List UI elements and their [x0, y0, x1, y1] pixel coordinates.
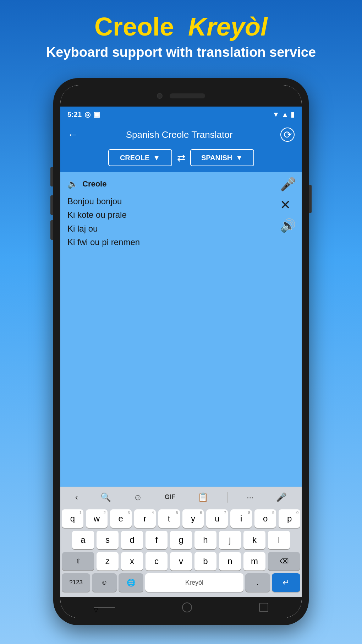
key-a[interactable]: a: [72, 531, 94, 549]
header: Creole Kreyòl Keyboard support with tran…: [0, 0, 362, 68]
delete-key[interactable]: ⌫: [268, 552, 300, 570]
trans-line-2: Ki kote ou prale: [67, 208, 295, 222]
key-p[interactable]: p0: [279, 509, 300, 528]
history-button[interactable]: ⟳: [280, 128, 295, 142]
phone-mockup: 5:21 ◎ ▣ ▼ ▲ ▮ ← Spanish Creole Translat…: [53, 78, 309, 625]
translation-area[interactable]: 🔈 Creole Bonjou bonjou Ki kote ou prale …: [60, 172, 302, 487]
key-w[interactable]: w2: [86, 509, 108, 528]
key-x[interactable]: x: [121, 552, 143, 570]
lang-bar: CREOLE ▼ ⇄ SPANISH ▼: [60, 147, 302, 172]
close-icon[interactable]: ✕: [280, 197, 296, 212]
key-h[interactable]: h: [194, 531, 216, 549]
key-r[interactable]: r4: [134, 509, 156, 528]
key-t[interactable]: t5: [158, 509, 180, 528]
translation-lang-label: Creole: [82, 179, 106, 189]
translation-actions: 🎤 ✕ 🔊: [280, 177, 296, 233]
header-title: Creole Kreyòl: [0, 13, 362, 41]
emoji-key[interactable]: ☺: [92, 573, 117, 592]
keyboard: q1 w2 e3 r4 t5 y6 u7 i8 o9 p0 a s: [60, 507, 302, 597]
key-l[interactable]: l: [268, 531, 290, 549]
phone-top-bar: [60, 85, 302, 107]
keyboard-toolbar: ‹ 🔍 ☺ GIF 📋 ··· 🎤: [60, 487, 302, 507]
key-e[interactable]: e3: [110, 509, 132, 528]
key-s[interactable]: s: [97, 531, 119, 549]
camera: [157, 93, 163, 99]
key-q[interactable]: q1: [62, 509, 83, 528]
sound-icon[interactable]: 🔊: [280, 218, 296, 233]
phone-outer: 5:21 ◎ ▣ ▼ ▲ ▮ ← Spanish Creole Translat…: [53, 78, 309, 625]
kreyol-label: Kreyòl: [188, 12, 268, 41]
key-v[interactable]: v: [170, 552, 192, 570]
space-key[interactable]: Kreyòl: [145, 573, 243, 592]
sound-icon-small[interactable]: 🔈: [67, 179, 78, 189]
signal-icon: ▲: [281, 110, 289, 119]
key-y[interactable]: y6: [182, 509, 204, 528]
keyboard-gif-button[interactable]: GIF: [161, 491, 179, 503]
phone-bottom-bar: ▽: [60, 597, 302, 618]
toolbar-separator: [227, 492, 228, 503]
status-bar: 5:21 ◎ ▣ ▼ ▲ ▮: [60, 107, 302, 122]
mic-icon[interactable]: 🎤: [280, 177, 296, 192]
globe-key[interactable]: 🌐: [119, 573, 143, 592]
num-key[interactable]: ?123: [62, 573, 90, 592]
key-row-2: a s d f g h j k l: [62, 531, 300, 549]
key-d[interactable]: d: [121, 531, 143, 549]
battery-icon: ▮: [291, 110, 295, 119]
key-u[interactable]: u7: [206, 509, 228, 528]
return-key[interactable]: ↵: [272, 573, 300, 592]
target-lang-button[interactable]: SPANISH ▼: [190, 149, 254, 166]
phone-inner: 5:21 ◎ ▣ ▼ ▲ ▮ ← Spanish Creole Translat…: [60, 85, 302, 618]
key-m[interactable]: m: [243, 552, 265, 570]
back-button[interactable]: ←: [67, 129, 78, 141]
nav-back-indicator: ▽: [94, 607, 115, 608]
translation-text: Bonjou bonjou Ki kote ou prale Ki laj ou…: [67, 195, 295, 249]
screen: 5:21 ◎ ▣ ▼ ▲ ▮ ← Spanish Creole Translat…: [60, 107, 302, 597]
key-row-1: q1 w2 e3 r4 t5 y6 u7 i8 o9 p0: [62, 509, 300, 528]
trans-line-1: Bonjou bonjou: [67, 195, 295, 208]
translation-header: 🔈 Creole: [67, 179, 295, 189]
trans-line-3: Ki laj ou: [67, 222, 295, 236]
creole-label: Creole: [94, 12, 174, 41]
source-lang-label: CREOLE: [120, 154, 149, 162]
status-icon2: ▣: [93, 110, 100, 119]
keyboard-back-button[interactable]: ‹: [72, 490, 82, 504]
key-f[interactable]: f: [146, 531, 168, 549]
speaker: [170, 93, 205, 98]
keyboard-emoji-button[interactable]: ☺: [130, 490, 146, 504]
key-z[interactable]: z: [97, 552, 119, 570]
shift-key[interactable]: ⇧: [62, 552, 94, 570]
key-row-4: ?123 ☺ 🌐 Kreyòl . ↵: [62, 573, 300, 592]
key-k[interactable]: k: [243, 531, 265, 549]
keyboard-clipboard-button[interactable]: 📋: [194, 490, 212, 504]
period-key[interactable]: .: [245, 573, 270, 592]
trans-line-4: Ki fwi ou pi renmen: [67, 236, 295, 249]
app-bar-title: Spanish Creole Translator: [84, 129, 275, 140]
app-bar: ← Spanish Creole Translator ⟳: [60, 122, 302, 147]
status-left: 5:21 ◎ ▣: [67, 110, 100, 119]
target-lang-label: SPANISH: [201, 154, 232, 162]
keyboard-search-button[interactable]: 🔍: [97, 490, 115, 504]
key-j[interactable]: j: [219, 531, 241, 549]
source-lang-button[interactable]: CREOLE ▼: [108, 149, 172, 166]
status-icon1: ◎: [84, 110, 90, 119]
status-right: ▼ ▲ ▮: [272, 110, 295, 119]
key-c[interactable]: c: [146, 552, 168, 570]
key-o[interactable]: o9: [254, 509, 276, 528]
key-row-3: ⇧ z x c v b n m ⌫: [62, 552, 300, 570]
key-b[interactable]: b: [194, 552, 216, 570]
nav-home-circle: [182, 602, 192, 612]
key-n[interactable]: n: [219, 552, 241, 570]
keyboard-more-button[interactable]: ···: [243, 490, 257, 504]
key-i[interactable]: i8: [230, 509, 252, 528]
key-g[interactable]: g: [170, 531, 192, 549]
source-lang-dropdown-icon: ▼: [153, 154, 160, 162]
swap-button[interactable]: ⇄: [177, 152, 185, 164]
header-subtitle: Keyboard support with translation servic…: [0, 44, 362, 61]
target-lang-dropdown-icon: ▼: [236, 154, 243, 162]
status-time: 5:21: [67, 110, 82, 119]
nav-recents-square: [259, 603, 268, 612]
wifi-icon: ▼: [272, 110, 279, 119]
keyboard-mic-button[interactable]: 🎤: [273, 490, 290, 504]
